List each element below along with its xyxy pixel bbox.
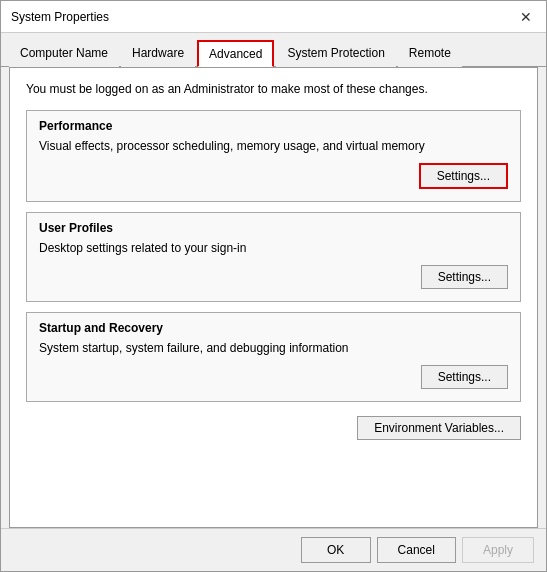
performance-section: Performance Visual effects, processor sc…	[26, 110, 521, 202]
env-variables-row: Environment Variables...	[26, 416, 521, 440]
startup-recovery-btn-row: Settings...	[39, 365, 508, 389]
apply-button: Apply	[462, 537, 534, 563]
startup-recovery-desc: System startup, system failure, and debu…	[39, 341, 508, 355]
performance-title: Performance	[39, 119, 508, 133]
user-profiles-btn-row: Settings...	[39, 265, 508, 289]
user-profiles-title: User Profiles	[39, 221, 508, 235]
bottom-bar: OK Cancel Apply	[1, 528, 546, 571]
user-profiles-settings-button[interactable]: Settings...	[421, 265, 508, 289]
startup-recovery-settings-button[interactable]: Settings...	[421, 365, 508, 389]
tab-bar: Computer Name Hardware Advanced System P…	[1, 33, 546, 67]
title-bar: System Properties ✕	[1, 1, 546, 33]
performance-settings-button[interactable]: Settings...	[419, 163, 508, 189]
tab-system-protection[interactable]: System Protection	[276, 40, 395, 67]
performance-desc: Visual effects, processor scheduling, me…	[39, 139, 508, 153]
startup-recovery-section: Startup and Recovery System startup, sys…	[26, 312, 521, 402]
user-profiles-section: User Profiles Desktop settings related t…	[26, 212, 521, 302]
main-content: You must be logged on as an Administrato…	[9, 67, 538, 528]
performance-btn-row: Settings...	[39, 163, 508, 189]
tab-remote[interactable]: Remote	[398, 40, 462, 67]
user-profiles-desc: Desktop settings related to your sign-in	[39, 241, 508, 255]
startup-recovery-title: Startup and Recovery	[39, 321, 508, 335]
environment-variables-button[interactable]: Environment Variables...	[357, 416, 521, 440]
close-button[interactable]: ✕	[516, 7, 536, 27]
ok-button[interactable]: OK	[301, 537, 371, 563]
cancel-button[interactable]: Cancel	[377, 537, 456, 563]
tab-hardware[interactable]: Hardware	[121, 40, 195, 67]
system-properties-window: System Properties ✕ Computer Name Hardwa…	[0, 0, 547, 572]
tab-advanced[interactable]: Advanced	[197, 40, 274, 67]
tab-computer-name[interactable]: Computer Name	[9, 40, 119, 67]
window-title: System Properties	[11, 10, 109, 24]
info-text: You must be logged on as an Administrato…	[26, 82, 521, 96]
close-icon: ✕	[520, 9, 532, 25]
